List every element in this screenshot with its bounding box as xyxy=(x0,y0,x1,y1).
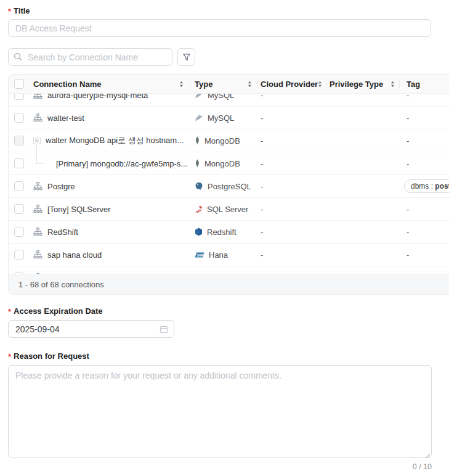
character-counter: 0 / 10 xyxy=(8,462,432,472)
sort-icon xyxy=(179,81,184,88)
svg-text:SAP: SAP xyxy=(196,253,203,256)
hierarchy-icon xyxy=(33,273,42,274)
table-row[interactable]: aurora-querypie-mysql-metaMySQL-- xyxy=(9,94,449,107)
tag-empty: - xyxy=(407,136,409,146)
cloud-provider-cell: - xyxy=(258,221,327,243)
calendar-icon[interactable] xyxy=(160,325,168,334)
cloud-provider-cell: - xyxy=(258,175,327,197)
privilege-type-cell xyxy=(327,107,400,129)
connection-name-cell: [Tony] SQLServer xyxy=(30,198,190,220)
mongodb-icon xyxy=(195,159,200,168)
table-footer: 1 - 68 of 68 connections xyxy=(9,274,449,294)
row-checkbox[interactable] xyxy=(14,158,24,168)
postgresql-icon xyxy=(195,182,203,191)
row-checkbox[interactable] xyxy=(14,250,24,260)
column-label: Tag xyxy=(407,80,420,89)
tag-cell: - xyxy=(400,94,449,106)
connection-name: aurora-querypie-mysql-meta xyxy=(47,94,148,100)
tag-cell: - xyxy=(400,107,449,129)
connection-name-cell: aurora-querypie-mysql-meta xyxy=(30,94,190,106)
table-row[interactable]: nightly-metaMySQL-- xyxy=(9,266,449,274)
expiration-date-input[interactable] xyxy=(8,320,174,338)
cloud-provider-cell: - xyxy=(258,266,327,274)
column-header-privilege-type[interactable]: Privilege Type xyxy=(327,75,400,93)
table-row[interactable]: [Tony] SQLServerSQL Server-- xyxy=(9,198,449,221)
cloud-provider-cell: - xyxy=(258,198,327,220)
row-checkbox[interactable] xyxy=(14,94,24,100)
privilege-type-cell xyxy=(327,221,400,243)
title-label-text: Title xyxy=(14,6,30,15)
column-header-connection-name[interactable]: Connection Name xyxy=(30,75,190,93)
reason-label: * Reason for Request xyxy=(8,351,449,361)
type-cell: MongoDB xyxy=(190,129,258,152)
cloud-provider-cell: - xyxy=(258,129,327,152)
row-checkbox[interactable] xyxy=(14,204,24,214)
hierarchy-icon xyxy=(33,94,42,99)
required-asterisk: * xyxy=(8,352,11,361)
table-rows: aurora-querypie-mysql-metaMySQL--walter-… xyxy=(9,94,449,274)
row-checkbox[interactable] xyxy=(14,273,24,274)
type-label: MySQL xyxy=(208,94,234,100)
tree-line xyxy=(36,145,37,152)
privilege-type-cell xyxy=(327,198,400,220)
connection-name: walter MongoDB api로 생성 hostnam... xyxy=(46,135,184,146)
select-all-checkbox[interactable] xyxy=(14,79,24,89)
table-body-viewport[interactable]: aurora-querypie-mysql-metaMySQL--walter-… xyxy=(9,94,449,274)
tag-empty: - xyxy=(407,159,409,168)
tag-cell: - xyxy=(400,129,449,152)
table-row[interactable]: walter MongoDB api로 생성 hostnam...MongoDB… xyxy=(9,129,449,152)
table-row[interactable]: RedShiftRedshift-- xyxy=(9,221,449,244)
column-header-tag: Tag xyxy=(400,75,449,93)
tag-cell: - xyxy=(400,152,449,174)
connection-name-cell: Postgre xyxy=(30,175,190,197)
connection-name: nightly-meta xyxy=(47,273,91,274)
type-cell: SAPHana xyxy=(190,244,258,266)
row-checkbox[interactable] xyxy=(14,181,24,191)
table-row[interactable]: sap hana cloudSAPHana-- xyxy=(9,244,449,266)
reason-textarea[interactable] xyxy=(8,365,432,458)
type-cell: MySQL xyxy=(190,94,258,106)
reason-wrap xyxy=(8,365,432,460)
cloud-provider-cell: - xyxy=(258,244,327,266)
type-cell: MySQL xyxy=(190,107,258,129)
table-header-row: Connection NameTypeCloud ProviderPrivile… xyxy=(9,75,449,94)
tag-cell: - xyxy=(400,266,449,274)
tag-separator: : xyxy=(429,182,435,191)
connection-name-cell: RedShift xyxy=(30,221,190,243)
row-checkbox xyxy=(14,136,24,146)
sort-icon xyxy=(248,81,252,88)
collapse-toggle-icon[interactable] xyxy=(33,137,41,144)
column-header-cloud-provider[interactable]: Cloud Provider xyxy=(258,75,327,93)
privilege-type-cell xyxy=(327,266,400,274)
filter-button[interactable] xyxy=(177,48,195,66)
cloud-provider-cell: - xyxy=(258,107,327,129)
privilege-type-cell xyxy=(327,175,400,197)
type-cell: SQL Server xyxy=(190,198,258,220)
type-label: Hana xyxy=(209,250,228,260)
privilege-type-cell xyxy=(327,244,400,266)
tag-empty: - xyxy=(407,273,409,274)
column-header-type[interactable]: Type xyxy=(190,75,258,93)
tag-cell: dbms : postgre xyxy=(400,175,449,197)
column-label: Type xyxy=(195,80,212,89)
title-input[interactable] xyxy=(8,19,431,37)
table-row[interactable]: [Primary] mongodb://ac-gwfe5mp-s...Mongo… xyxy=(9,152,449,175)
cloud-provider-cell: - xyxy=(258,152,327,174)
row-checkbox[interactable] xyxy=(14,227,24,237)
column-label: Privilege Type xyxy=(330,80,383,89)
mysql-icon xyxy=(195,94,203,99)
row-checkbox-cell xyxy=(9,129,30,152)
search-wrap xyxy=(8,48,172,66)
row-checkbox[interactable] xyxy=(14,113,24,123)
table-row[interactable]: walter-testMySQL-- xyxy=(9,107,449,129)
search-input[interactable] xyxy=(8,48,172,66)
expiration-label: * Access Expiration Date xyxy=(8,306,449,316)
select-all-cell xyxy=(9,75,30,93)
sqlserver-icon xyxy=(195,205,203,213)
tag-badge: dbms : postgre xyxy=(404,179,449,193)
hierarchy-icon xyxy=(33,228,42,236)
row-checkbox-cell xyxy=(9,175,30,197)
mongodb-icon xyxy=(195,136,200,145)
table-row[interactable]: PostgrePostgreSQL-dbms : postgre xyxy=(9,175,449,198)
connection-name: walter-test xyxy=(47,113,84,123)
